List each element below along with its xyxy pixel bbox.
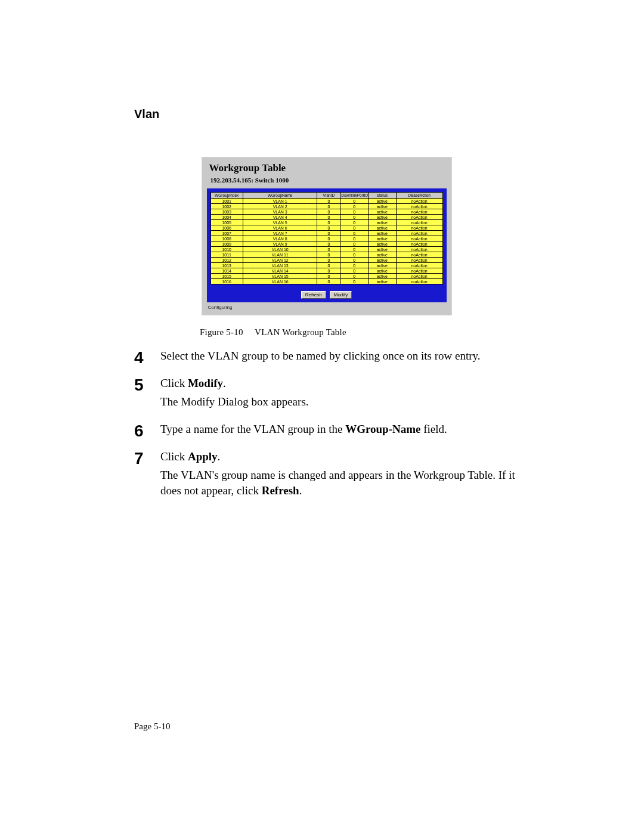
screenshot-status: Configuring (207, 305, 447, 310)
refresh-button[interactable]: Refresh (301, 291, 326, 299)
table-row[interactable]: 1011VLAN 1100activenoAction (210, 252, 442, 258)
table-row[interactable]: 1006VLAN 600activenoAction (210, 225, 442, 231)
text: . (223, 377, 226, 389)
table-cell: VLAN 15 (243, 274, 317, 279)
step-body: Type a name for the VLAN group in the WG… (160, 422, 519, 441)
table-cell: noAction (396, 236, 442, 241)
table-cell: 1011 (210, 252, 243, 258)
table-row[interactable]: 1016VLAN 1600activenoAction (210, 279, 442, 284)
table-row[interactable]: 1003VLAN 300activenoAction (210, 209, 442, 215)
table-row[interactable]: 1012VLAN 1200activenoAction (210, 258, 442, 263)
table-cell: noAction (396, 204, 442, 209)
table-cell: noAction (396, 199, 442, 204)
bold-text: Modify (188, 377, 223, 389)
table-cell: VLAN 10 (243, 247, 317, 252)
table-cell: active (368, 215, 396, 220)
table-cell: active (368, 268, 396, 274)
table-cell: active (368, 252, 396, 258)
table-cell: 1010 (210, 247, 243, 252)
table-cell: 0 (317, 220, 340, 225)
table-row[interactable]: 1001VLAN 100activenoAction (210, 199, 442, 204)
table-cell: 0 (317, 231, 340, 236)
text: field. (420, 423, 447, 435)
table-row[interactable]: 1013VLAN 1300activenoAction (210, 263, 442, 268)
table-cell: active (368, 236, 396, 241)
table-row[interactable]: 1005VLAN 500activenoAction (210, 220, 442, 225)
step-line: Click Modify. (160, 376, 519, 391)
table-row[interactable]: 1002VLAN 200activenoAction (210, 204, 442, 209)
table-cell: noAction (396, 220, 442, 225)
table-cell: 0 (340, 204, 369, 209)
table-cell: active (368, 274, 396, 279)
text: Type a name for the VLAN group in the (160, 423, 345, 435)
text: Click (160, 377, 188, 389)
table-cell: VLAN 6 (243, 225, 317, 231)
screenshot-subtitle: 192.203.54.165: Switch 1000 (210, 176, 447, 184)
table-cell: noAction (396, 279, 442, 284)
table-cell: 0 (340, 252, 369, 258)
step-line: The Modify Dialog box appears. (160, 394, 519, 410)
step-line: The VLAN's group name is changed and app… (160, 467, 519, 498)
screenshot-title: Workgroup Table (209, 162, 447, 174)
table-cell: 1003 (210, 209, 243, 215)
table-cell: 0 (317, 215, 340, 220)
table-cell: noAction (396, 258, 442, 263)
table-cell: 0 (317, 258, 340, 263)
step-line: Click Apply. (160, 449, 519, 465)
table-cell: 0 (317, 252, 340, 258)
table-cell: noAction (396, 225, 442, 231)
table-cell: noAction (396, 252, 442, 258)
table-cell: 1006 (210, 225, 243, 231)
table-row[interactable]: 1015VLAN 1500activenoAction (210, 274, 442, 279)
table-cell: 1007 (210, 231, 243, 236)
figure-screenshot: Workgroup Table 192.203.54.165: Switch 1… (202, 157, 452, 315)
table-cell: 1014 (210, 268, 243, 274)
table-cell: active (368, 279, 396, 284)
col-header: DownlinkPortID (340, 193, 369, 199)
bold-text: Refresh (262, 484, 299, 497)
table-cell: active (368, 204, 396, 209)
step-list: 4Select the VLAN group to be named by cl… (134, 348, 519, 501)
table-cell: 0 (340, 215, 369, 220)
step-body: Select the VLAN group to be named by cli… (160, 348, 519, 367)
step-line: Type a name for the VLAN group in the WG… (160, 422, 519, 437)
table-cell: 0 (340, 225, 369, 231)
table-row[interactable]: 1014VLAN 1400activenoAction (210, 268, 442, 274)
table-cell: 1013 (210, 263, 243, 268)
text: The VLAN's group name is changed and app… (160, 469, 515, 497)
workgroup-table: WGroupIndex WGroupName VlanID DownlinkPo… (210, 192, 443, 284)
table-cell: active (368, 220, 396, 225)
table-cell: 1008 (210, 236, 243, 241)
step-number: 7 (134, 449, 160, 502)
table-cell: 1016 (210, 279, 243, 284)
text: The Modify Dialog box appears. (160, 395, 309, 408)
table-cell: noAction (396, 241, 442, 247)
table-cell: active (368, 209, 396, 215)
text: Click (160, 450, 188, 463)
table-row[interactable]: 1009VLAN 900activenoAction (210, 241, 442, 247)
table-row[interactable]: 1004VLAN 400activenoAction (210, 215, 442, 220)
table-cell: 1001 (210, 199, 243, 204)
table-cell: 0 (317, 204, 340, 209)
step-body: Click Modify.The Modify Dialog box appea… (160, 376, 519, 413)
table-row[interactable]: 1010VLAN 1000activenoAction (210, 247, 442, 252)
table-cell: VLAN 9 (243, 241, 317, 247)
table-cell: VLAN 5 (243, 220, 317, 225)
modify-button[interactable]: Modify (330, 291, 352, 299)
screenshot-panel: WGroupIndex WGroupName VlanID DownlinkPo… (207, 188, 447, 302)
text: . (218, 450, 221, 463)
table-cell: 0 (317, 199, 340, 204)
screenshot-button-row: Refresh Modify (210, 288, 443, 299)
table-cell: 0 (340, 199, 369, 204)
caption-label: Figure 5-10 (200, 327, 243, 337)
caption-text: VLAN Workgroup Table (255, 327, 346, 337)
col-header: DBaseAction (396, 193, 442, 199)
table-cell: 0 (317, 236, 340, 241)
step: 7Click Apply.The VLAN's group name is ch… (134, 449, 519, 502)
step: 4Select the VLAN group to be named by cl… (134, 348, 519, 367)
table-row[interactable]: 1007VLAN 700activenoAction (210, 231, 442, 236)
table-cell: 0 (340, 241, 369, 247)
table-row[interactable]: 1008VLAN 800activenoAction (210, 236, 442, 241)
step-number: 6 (134, 422, 160, 441)
table-cell: VLAN 1 (243, 199, 317, 204)
